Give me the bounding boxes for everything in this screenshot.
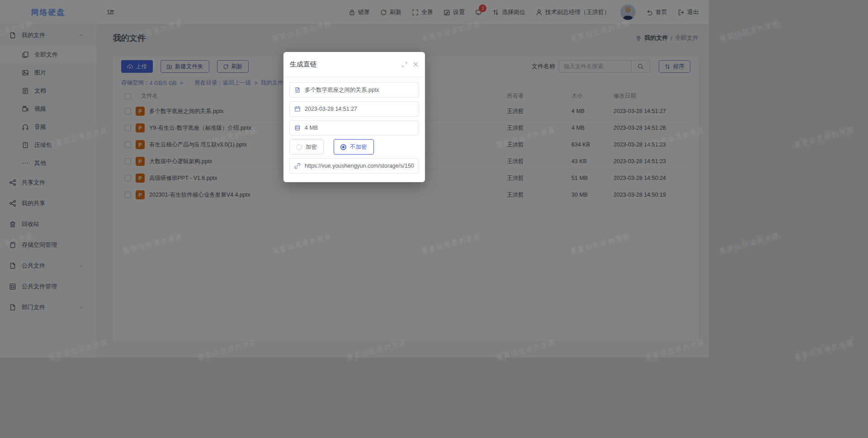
modal-body: 多个数字底座之间的关系.pptx2023-03-28 14:51:274 MB加… bbox=[283, 77, 425, 182]
radio-label: 加密 bbox=[306, 143, 317, 151]
modal-overlay bbox=[0, 0, 868, 438]
radio-icon bbox=[340, 144, 346, 150]
field-value: 4 MB bbox=[305, 125, 318, 131]
expand-icon bbox=[401, 61, 407, 67]
date-field: 2023-03-28 14:51:27 bbox=[289, 101, 419, 117]
calendar-icon bbox=[294, 106, 301, 112]
field-value: 多个数字底座之间的关系.pptx bbox=[305, 86, 379, 94]
database-icon bbox=[294, 125, 301, 131]
modal-header: 生成直链 bbox=[283, 52, 425, 77]
radio-icon bbox=[296, 144, 302, 150]
field-value: 2023-03-28 14:51:27 bbox=[305, 106, 357, 112]
radio-label: 不加密 bbox=[350, 143, 367, 151]
file-icon bbox=[294, 87, 301, 93]
encrypt-radio-group: 加密不加密 bbox=[289, 139, 419, 155]
radio-no-encrypt[interactable]: 不加密 bbox=[334, 139, 374, 155]
direct-link-field[interactable]: https://vue.youshengyun.com/storage/s/15… bbox=[289, 158, 419, 174]
radio-encrypt[interactable]: 加密 bbox=[289, 139, 324, 155]
close-icon bbox=[413, 61, 419, 67]
modal-expand-button[interactable] bbox=[401, 61, 407, 67]
link-icon bbox=[294, 163, 301, 169]
file-name-field: 多个数字底座之间的关系.pptx bbox=[289, 82, 419, 98]
generate-link-modal: 生成直链 多个数字底座之间的关系.pptx2023-03-28 14:51:27… bbox=[283, 52, 425, 182]
modal-close-button[interactable] bbox=[413, 61, 419, 67]
modal-title: 生成直链 bbox=[290, 60, 317, 69]
size-field: 4 MB bbox=[289, 120, 419, 136]
field-value: https://vue.youshengyun.com/storage/s/15… bbox=[305, 163, 414, 169]
